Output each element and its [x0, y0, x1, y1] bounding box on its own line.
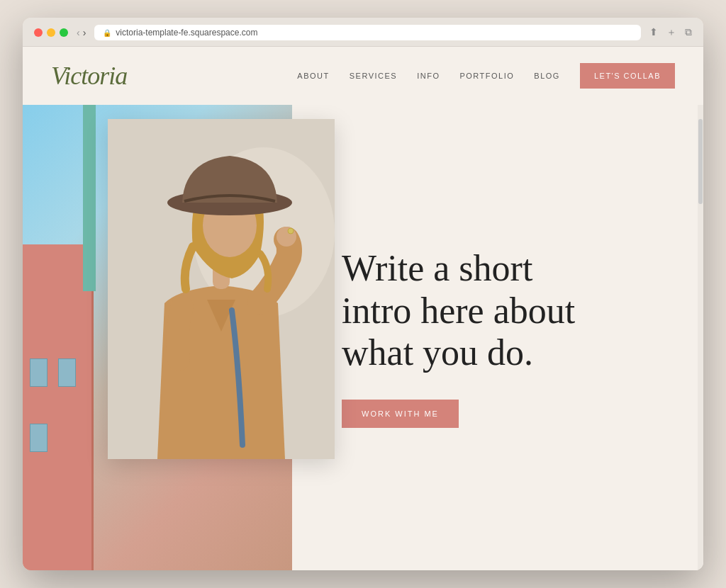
teal-architectural-stripe [83, 105, 96, 291]
new-tab-icon[interactable]: ＋ [666, 26, 676, 39]
building-left [23, 244, 94, 570]
svg-point-3 [288, 228, 294, 234]
lock-icon: 🔒 [103, 29, 111, 37]
url-text: victoria-template-fe.squarespace.com [116, 28, 257, 38]
forward-button[interactable]: › [83, 27, 86, 38]
tabs-icon[interactable]: ⧉ [685, 26, 692, 39]
woman-illustration-svg [108, 119, 335, 459]
lets-collab-button[interactable]: LET'S COLLAB [580, 63, 675, 89]
nav-blog[interactable]: BLOG [534, 72, 560, 80]
share-icon[interactable]: ⬆ [649, 26, 658, 39]
hero-section: Write a short intro here about what you … [23, 105, 703, 570]
website-content: Victoria ABOUT SERVICES INFO PORTFOLIO B… [23, 47, 703, 570]
traffic-lights [34, 28, 68, 37]
hero-photo-card [108, 119, 335, 459]
nav-chevrons: ‹ › [77, 27, 86, 38]
navigation: Victoria ABOUT SERVICES INFO PORTFOLIO B… [23, 47, 703, 105]
hero-content: Write a short intro here about what you … [306, 105, 703, 570]
nav-info[interactable]: INFO [417, 72, 440, 80]
nav-portfolio[interactable]: PORTFOLIO [459, 72, 514, 80]
building-window-3 [30, 424, 48, 452]
address-bar[interactable]: 🔒 victoria-template-fe.squarespace.com [94, 25, 641, 40]
browser-window: ‹ › 🔒 victoria-template-fe.squarespace.c… [23, 18, 703, 570]
nav-about[interactable]: ABOUT [297, 72, 329, 80]
close-button[interactable] [34, 28, 43, 37]
building-window-2 [58, 358, 76, 387]
site-logo[interactable]: Victoria [51, 61, 127, 91]
maximize-button[interactable] [60, 28, 68, 37]
browser-chrome: ‹ › 🔒 victoria-template-fe.squarespace.c… [23, 18, 703, 47]
building-window-1 [30, 358, 48, 387]
browser-controls: ‹ › [77, 27, 86, 38]
minimize-button[interactable] [47, 28, 55, 37]
nav-links: ABOUT SERVICES INFO PORTFOLIO BLOG LET'S… [297, 63, 675, 89]
browser-actions: ⬆ ＋ ⧉ [649, 26, 692, 39]
nav-services[interactable]: SERVICES [350, 72, 397, 80]
work-with-me-button[interactable]: WORK WITH ME [342, 400, 459, 428]
back-button[interactable]: ‹ [77, 27, 80, 38]
hero-headline: Write a short intro here about what you … [342, 247, 611, 374]
person-illustration [108, 119, 335, 459]
